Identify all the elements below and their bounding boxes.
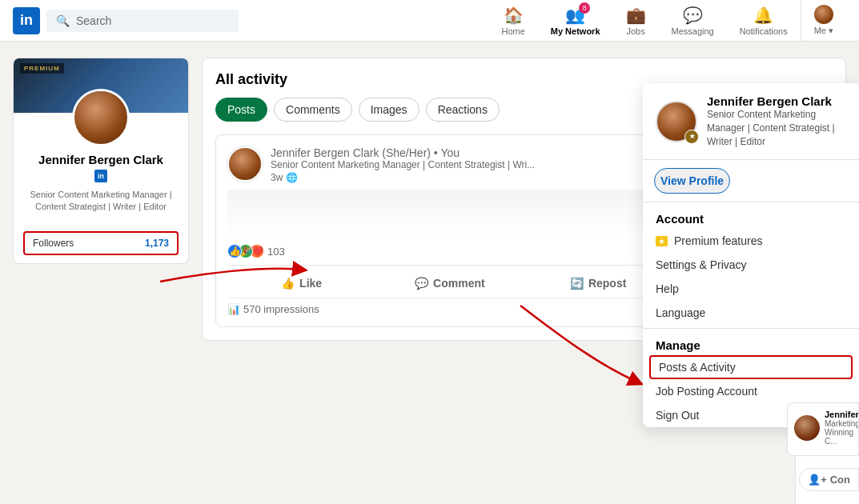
dropdown-menu: ★ Jennifer Bergen Clark Senior Content M… (643, 83, 859, 427)
bottom-right-card: Jennifer Marketing Winning C... (787, 402, 859, 456)
tab-reactions[interactable]: Reactions (426, 98, 500, 122)
impressions-chart-icon: 📊 (227, 303, 240, 315)
me-avatar (814, 5, 833, 24)
linkedin-logo[interactable]: in (13, 7, 40, 34)
network-badge: 8 (579, 2, 590, 14)
tab-posts[interactable]: Posts (215, 98, 267, 122)
search-placeholder: Search (76, 14, 111, 27)
profile-avatar (72, 89, 130, 146)
nav-label-network: My Network (551, 26, 600, 36)
nav-label-jobs: Jobs (626, 26, 644, 36)
premium-star-icon: ★ (656, 236, 668, 246)
job-posting-item[interactable]: Job Posting Account (643, 379, 859, 403)
repost-icon: 🔄 (570, 277, 584, 290)
account-section-title: Account (643, 206, 859, 229)
connect-person-icon: 👤+ (808, 474, 827, 486)
manage-section-title: Manage (643, 332, 859, 355)
bottom-right-info: Jennifer Marketing Winning C... (825, 410, 859, 446)
nav-label-messaging: Messaging (672, 26, 714, 36)
posts-activity-item[interactable]: Posts & Activity (649, 355, 853, 379)
premium-badge: PREMIUM (20, 63, 64, 74)
like-icon: 👍 (281, 277, 295, 290)
dropdown-avatar-badge: ★ (684, 130, 699, 144)
dropdown-user-info: Jennifer Bergen Clark Senior Content Mar… (707, 94, 846, 148)
impressions-count: 570 impressions (243, 303, 319, 315)
nav-item-messaging[interactable]: 💬 Messaging (659, 0, 727, 42)
followers-label: Followers (33, 238, 74, 249)
search-bar[interactable]: 🔍 Search (46, 10, 239, 32)
divider-1 (643, 202, 859, 202)
comment-icon: 💬 (415, 277, 428, 290)
dropdown-header: ★ Jennifer Bergen Clark Senior Content M… (643, 83, 859, 160)
connect-label: Con (830, 474, 850, 486)
view-profile-button[interactable]: View Profile (654, 168, 730, 194)
settings-privacy-item[interactable]: Settings & Privacy (643, 253, 859, 277)
tab-comments[interactable]: Comments (274, 98, 352, 122)
nav-item-jobs[interactable]: 💼 Jobs (613, 0, 659, 42)
bottom-right-avatar (794, 415, 820, 441)
bottom-right-name: Jennifer (825, 410, 859, 419)
reactions-count: 103 (267, 246, 285, 258)
tab-images[interactable]: Images (359, 98, 419, 122)
messaging-icon: 💬 (683, 6, 703, 25)
nav-label-home: Home (501, 26, 524, 36)
profile-info: Jennifer Bergen Clark in Senior Content … (14, 146, 188, 223)
profile-followers: Followers 1,173 (23, 231, 179, 255)
nav-label-me: Me ▾ (814, 26, 833, 36)
bottom-right-person: Jennifer Marketing Winning C... (794, 410, 852, 446)
dropdown-name: Jennifer Bergen Clark (707, 94, 846, 108)
post-author-suffix: (She/Her) • You (382, 146, 460, 159)
help-item[interactable]: Help (643, 277, 859, 301)
connect-button-partial[interactable]: 👤+ Con (799, 468, 859, 491)
search-icon: 🔍 (56, 14, 70, 27)
followers-count: 1,173 (145, 238, 169, 249)
navbar: in 🔍 Search 🏠 Home 👥 8 My Network 💼 Jobs… (0, 0, 859, 42)
post-author-avatar (227, 146, 263, 182)
reaction-emoji-1: 👍 (227, 244, 242, 258)
nav-item-notifications[interactable]: 🔔 Notifications (727, 0, 801, 42)
bottom-right-role: Marketing Winning C... (825, 419, 859, 446)
nav-item-home[interactable]: 🏠 Home (488, 0, 537, 42)
nav-item-me[interactable]: Me ▾ (801, 0, 846, 42)
like-button[interactable]: 👍 Like (227, 272, 375, 294)
profile-name: Jennifer Bergen Clark (23, 153, 179, 166)
profile-avatar-wrap (14, 89, 188, 146)
reaction-emojis: 👍 🎉 ❤️ (227, 244, 264, 258)
notifications-icon: 🔔 (753, 6, 773, 25)
premium-features-item[interactable]: ★ Premium features (643, 229, 859, 253)
comment-button[interactable]: 💬 Comment (375, 272, 524, 294)
network-icon: 👥 8 (565, 6, 585, 25)
divider-2 (643, 328, 859, 329)
linkedin-badge-icon: in (94, 170, 107, 182)
nav-items: 🏠 Home 👥 8 My Network 💼 Jobs 💬 Messaging… (488, 0, 846, 42)
globe-icon: 🌐 (286, 172, 298, 183)
language-item[interactable]: Language (643, 301, 859, 325)
profile-card: PREMIUM Jennifer Bergen Clark in Senior … (13, 58, 189, 264)
dropdown-title: Senior Content Marketing Manager | Conte… (707, 108, 846, 148)
nav-label-notifications: Notifications (740, 26, 788, 36)
jobs-icon: 💼 (626, 6, 646, 25)
nav-item-network[interactable]: 👥 8 My Network (538, 0, 613, 42)
home-icon: 🏠 (504, 6, 524, 25)
profile-title: Senior Content Marketing Manager | Conte… (23, 189, 179, 214)
